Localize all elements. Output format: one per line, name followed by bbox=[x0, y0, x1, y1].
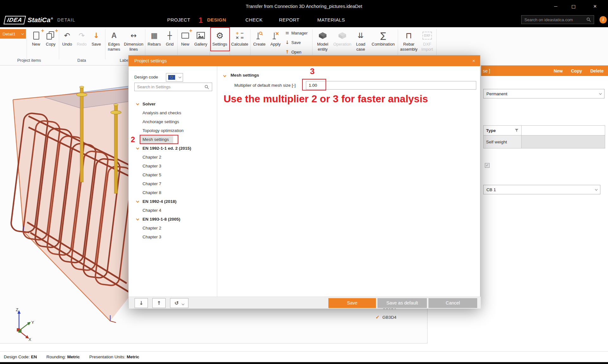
load-group-item[interactable]: ✓ GB3D4 bbox=[376, 314, 396, 320]
redo-button: ↷ Redo bbox=[74, 29, 89, 47]
status-bar: Design Code: EN Rounding: Metric Present… bbox=[0, 351, 608, 362]
tree-item-chapter-4[interactable]: Chapter 4 bbox=[129, 206, 217, 215]
new-item-button[interactable]: + New bbox=[178, 29, 193, 47]
status-rounding-label: Rounding: bbox=[47, 355, 66, 359]
load-type-select[interactable]: Permanent bbox=[483, 89, 605, 98]
combination-select[interactable]: CB 1 bbox=[483, 185, 600, 194]
minimize-icon: ─ bbox=[554, 4, 557, 9]
dialog-titlebar: Project settings bbox=[129, 55, 480, 66]
save-small-button[interactable]: ↓ Save bbox=[284, 38, 315, 47]
menu-report[interactable]: REPORT bbox=[279, 13, 300, 27]
tree-item-mesh-settings[interactable]: Mesh settings bbox=[129, 135, 217, 144]
save-button[interactable]: ↓ Save bbox=[89, 29, 104, 47]
new-item-icon: + bbox=[178, 29, 193, 42]
move-up-button[interactable]: ↑ bbox=[152, 298, 166, 308]
menu-project[interactable]: PROJECT bbox=[167, 13, 190, 27]
value-column-header bbox=[521, 125, 605, 135]
tree-item-en-1992-4[interactable]: EN 1992-4 (2018) bbox=[129, 197, 217, 206]
create-button[interactable]: Create bbox=[251, 29, 268, 47]
status-units-label: Presentation Units: bbox=[89, 355, 125, 359]
close-icon: × bbox=[593, 3, 597, 9]
tree-item-anchorage-settings[interactable]: Anchorage settings bbox=[129, 117, 217, 126]
load-case-button[interactable]: ⇊ Load case bbox=[353, 29, 369, 52]
cancel-button[interactable]: Cancel bbox=[428, 298, 477, 308]
window-titlebar: Transfer from Connection 3D Anchoring_pi… bbox=[0, 0, 608, 13]
tree-item-chapter-8[interactable]: Chapter 8 bbox=[129, 188, 217, 197]
load-case-icon: ⇊ bbox=[353, 29, 369, 42]
minimize-button[interactable]: ─ bbox=[548, 0, 563, 13]
detail-selector[interactable]: Detail1 bbox=[0, 29, 26, 39]
mesh-settings-section-title: Mesh settings bbox=[231, 71, 259, 80]
grid-icon: ┼ bbox=[162, 29, 177, 42]
settings-button[interactable]: ⚙ Settings bbox=[211, 29, 229, 47]
close-button[interactable]: × bbox=[588, 0, 602, 13]
combination-button[interactable]: ∑ Combination bbox=[369, 29, 397, 47]
dxf-import-icon: DXF bbox=[419, 29, 435, 42]
manager-button[interactable]: ≡ Manager bbox=[284, 28, 315, 37]
menu-check[interactable]: CHECK bbox=[245, 13, 263, 27]
search-icon bbox=[586, 17, 591, 22]
chevron-down-icon bbox=[21, 32, 24, 35]
tree-item-en-1993-1-8[interactable]: EN 1993-1-8 (2005) bbox=[129, 215, 217, 224]
apply-button[interactable]: Apply bbox=[268, 29, 283, 47]
status-units-value: Metric bbox=[127, 355, 139, 359]
dialog-close-button[interactable]: × bbox=[467, 55, 480, 66]
tree-item-chapter-7[interactable]: Chapter 7 bbox=[129, 179, 217, 188]
settings-search-input[interactable] bbox=[134, 83, 212, 91]
move-down-button[interactable]: ↓ bbox=[135, 298, 148, 308]
panel-delete-button[interactable]: Delete bbox=[590, 68, 604, 73]
design-code-select[interactable] bbox=[166, 73, 183, 82]
undo-button[interactable]: ↶ Undo bbox=[60, 29, 75, 47]
load-case-panel-header: se ] New Copy Delete bbox=[481, 66, 608, 76]
reset-button[interactable]: ↺ bbox=[170, 298, 188, 308]
save-as-default-button[interactable]: Save as default bbox=[377, 298, 427, 308]
copy-project-button[interactable]: + Copy bbox=[43, 29, 58, 47]
calculate-button[interactable]: + −× = Calculate bbox=[231, 29, 249, 47]
axis-x-label: X bbox=[28, 337, 31, 342]
web-search-input[interactable] bbox=[521, 15, 594, 24]
chevron-down-icon bbox=[595, 188, 598, 190]
tree-item-en-1992-1-1[interactable]: EN 1992-1-1 ed. 2 (2015) bbox=[129, 144, 217, 153]
tree-item-topology-optimization[interactable]: Topology optimization bbox=[129, 126, 217, 135]
operation-button: Operation bbox=[332, 29, 352, 47]
multiplier-input[interactable] bbox=[306, 81, 476, 90]
panel-new-button[interactable]: New bbox=[554, 68, 563, 73]
type-column-header[interactable]: Type bbox=[483, 125, 522, 135]
tree-item-solver[interactable]: Solver bbox=[129, 100, 217, 109]
edges-names-button[interactable]: A Edges names bbox=[106, 29, 122, 52]
load-case-panel: se ] New Copy Delete Permanent Type Self… bbox=[481, 66, 608, 351]
open-icon: ↑ bbox=[284, 49, 290, 55]
viewport-bottom-border bbox=[0, 343, 428, 343]
tree-item-chapter-2b[interactable]: Chapter 2 bbox=[129, 224, 217, 233]
menu-materials[interactable]: MATERIALS bbox=[317, 13, 345, 27]
rebars-button[interactable]: ▦ Rebars bbox=[146, 29, 162, 47]
filter-funnel-icon[interactable] bbox=[515, 129, 519, 132]
rebars-icon: ▦ bbox=[146, 29, 162, 42]
search-icon bbox=[205, 85, 209, 89]
info-icon[interactable]: i bbox=[599, 16, 607, 23]
tree-item-chapter-2[interactable]: Chapter 2 bbox=[129, 153, 217, 162]
gallery-button[interactable]: Gallery bbox=[193, 29, 209, 47]
rebar-assembly-button[interactable]: ⊓ Rebar assembly bbox=[399, 29, 419, 52]
maximize-button[interactable]: □ bbox=[566, 0, 581, 13]
self-weight-value-cell bbox=[521, 135, 605, 148]
manager-icon: ≡ bbox=[284, 30, 290, 36]
tree-item-chapter-5[interactable]: Chapter 5 bbox=[129, 171, 217, 179]
rebar-assembly-icon: ⊓ bbox=[399, 29, 419, 42]
dimension-lines-button[interactable]: ↔ Dimension lines bbox=[123, 29, 144, 52]
panel-copy-button[interactable]: Copy bbox=[571, 68, 582, 73]
option-checkbox[interactable]: ✓ bbox=[485, 163, 490, 168]
save-small-icon: ↓ bbox=[284, 40, 290, 45]
save-settings-button[interactable]: Save bbox=[328, 298, 376, 308]
tree-item-chapter-3b[interactable]: Chapter 3 bbox=[129, 233, 217, 242]
tree-item-chapter-3[interactable]: Chapter 3 bbox=[129, 162, 217, 171]
self-weight-cell[interactable]: Self weight bbox=[483, 135, 522, 148]
statica-logo: StatiCa® bbox=[28, 16, 53, 24]
eu-flag-icon bbox=[168, 75, 175, 80]
axis-y-label: Y bbox=[31, 320, 34, 325]
new-project-button[interactable]: + New bbox=[28, 29, 44, 47]
grid-button[interactable]: ┼ Grid bbox=[162, 29, 177, 47]
model-entity-button[interactable]: Model entity bbox=[314, 29, 332, 52]
menu-design[interactable]: DESIGN bbox=[207, 13, 226, 27]
tree-item-analysis-and-checks[interactable]: Analysis and checks bbox=[129, 109, 217, 117]
